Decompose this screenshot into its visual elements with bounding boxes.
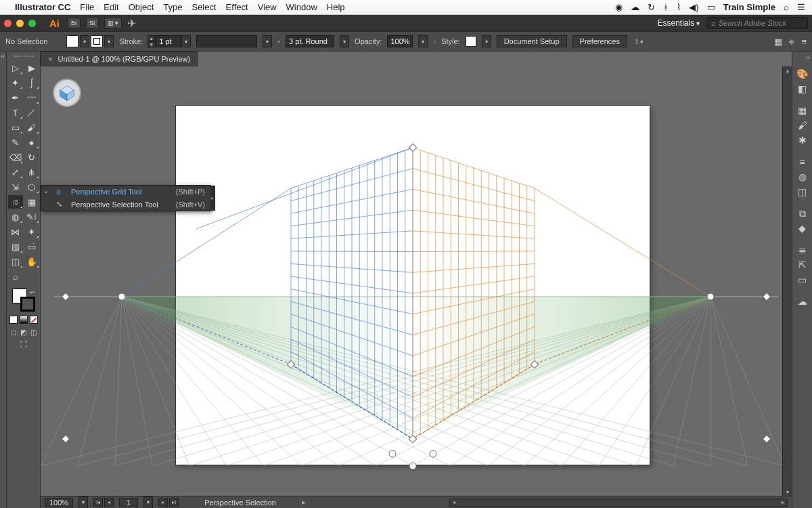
symbol-sprayer-tool[interactable]: ✶ [24,225,39,238]
stroke-down[interactable]: ▾ [148,41,156,47]
scroll-right-icon[interactable]: ▸ [779,499,787,506]
workspace-switcher[interactable]: Essentials [658,18,700,28]
stock-button[interactable]: St [86,18,99,28]
scroll-up-icon[interactable]: ▴ [783,66,792,75]
lasso-tool[interactable]: ʃ [24,76,39,89]
opacity-input[interactable]: 100% [387,35,413,47]
arrange-docs-button[interactable]: ▥ ▾ [104,18,122,28]
flyout-tearoff-handle[interactable]: ▸ [210,186,215,211]
scroll-down-icon[interactable]: ▾ [783,488,792,496]
mesh-tool[interactable]: ▦ [24,195,39,209]
backup-icon[interactable]: ↻ [648,2,655,12]
blend-tool[interactable]: ⋈ [8,225,23,238]
canvas-area[interactable]: × Untitled-1 @ 100% (RGB/GPU Preview) [41,51,792,508]
artboard-tool[interactable]: ▭̇ [24,240,39,253]
flyout-perspective-grid[interactable]: ▪⟃ Perspective Grid Tool (Shift+P) [41,186,210,198]
stroke-swatch[interactable] [91,35,103,47]
menu-brand[interactable]: Train Simple [723,2,775,12]
stroke-up[interactable]: ▴ [148,35,156,41]
brush-def-dd[interactable] [196,35,257,47]
fill-dropdown[interactable]: ▾ [80,35,89,47]
zoom-level[interactable]: 100% [45,498,73,507]
menu-object[interactable]: Object [129,2,154,12]
paintbrush-tool[interactable]: 🖌 [24,121,39,134]
rotate-tool[interactable]: ↻ [24,150,39,164]
free-transform-tool[interactable]: ⇲ [8,180,23,194]
stroke-box[interactable] [20,297,35,312]
draw-normal-icon[interactable]: ◻︎ [9,328,18,336]
stroke-panel-icon[interactable]: ≡ [796,156,809,168]
artboard-number[interactable]: 1 [119,498,138,507]
wifi-icon[interactable]: ⌇ [677,2,681,12]
zoom-dd[interactable]: ▾ [78,496,88,509]
color-solid[interactable] [9,316,18,324]
menu-type[interactable]: Type [163,2,182,12]
swap-fill-stroke-icon[interactable]: ⤺ [30,289,35,296]
menu-file[interactable]: File [80,2,94,12]
transparency-panel-icon[interactable]: ◫ [796,186,809,198]
stroke-label[interactable]: Stroke: [119,37,143,45]
zoom-window[interactable] [28,20,36,27]
menu-app[interactable]: Illustrator CC [15,2,70,12]
first-artboard-icon[interactable]: I◂ [93,498,103,507]
zoom-tool[interactable]: ⌕ [8,270,23,283]
prev-artboard-icon[interactable]: ◂ [104,498,114,507]
pencil-tool[interactable]: ✎ [8,135,23,149]
width-tool[interactable]: ⋔ [24,165,39,179]
document-setup-button[interactable]: Document Setup [497,35,567,47]
control-menu-icon[interactable]: ≡ [801,37,807,47]
color-gradient[interactable] [20,316,28,324]
brushes-panel-icon[interactable]: 🖌 [796,119,809,131]
magic-wand-tool[interactable]: ✦ [8,76,23,89]
preferences-button[interactable]: Preferences [572,35,627,47]
fill-swatch[interactable] [66,35,78,47]
vertical-scrollbar[interactable]: ▴ ▾ [782,66,792,496]
document-tab[interactable]: × Untitled-1 @ 100% (RGB/GPU Preview) [41,51,198,66]
fill-stroke-control[interactable]: ⤺ [12,289,35,312]
screen-mode-icon[interactable]: ⛶ [16,340,31,348]
brush-def-arrow[interactable]: ▾ [263,35,272,47]
close-tab-icon[interactable]: × [48,55,52,63]
perspective-grid[interactable] [41,66,792,496]
cc-cloud-icon[interactable]: ☁︎ [631,2,639,12]
menu-extras-icon[interactable]: ☰ [797,2,805,12]
color-guide-panel-icon[interactable]: ◧ [796,83,809,95]
flyout-perspective-selection[interactable]: ⤡ Perspective Selection Tool (Shift+V) [41,198,210,211]
right-dock-collapse[interactable]: ›› [806,54,810,61]
bridge-button[interactable]: Br [68,18,81,28]
gpu-perf-icon[interactable]: ✈︎ [127,17,136,30]
color-none[interactable] [30,316,38,324]
perspective-grid-tool[interactable]: ⟃ [8,195,23,209]
style-swatch[interactable] [466,36,476,47]
var-width-dd[interactable]: ▾ [340,35,349,47]
artboards-panel-icon[interactable]: ▭ [796,274,809,286]
rectangle-tool[interactable]: ▭ [8,121,23,134]
stroke-dropdown[interactable]: ▾ [104,35,114,47]
last-artboard-icon[interactable]: ▸I [169,498,179,507]
graphic-styles-panel-icon[interactable]: ◆ [796,222,809,234]
appearance-panel-icon[interactable]: ⧉ [796,207,809,219]
symbols-panel-icon[interactable]: ✱ [796,134,809,146]
gradient-tool[interactable]: ◍ [8,210,23,224]
menu-select[interactable]: Select [191,2,216,12]
left-dock-collapse[interactable]: ‹‹ [0,51,7,508]
volume-icon[interactable]: ◀︎) [689,2,698,12]
color-panel-icon[interactable]: 🎨 [796,68,809,80]
swatches-panel-icon[interactable]: ▦ [796,104,809,117]
battery-icon[interactable]: ▭ [707,2,715,12]
menu-effect[interactable]: Effect [226,2,248,12]
selection-tool[interactable]: ▷ [8,61,23,75]
cc-libraries-panel-icon[interactable]: ☁︎ [796,295,809,308]
slice-tool[interactable]: ◫ [8,255,23,268]
eraser-tool[interactable]: ⌫ [8,150,23,164]
draw-behind-icon[interactable]: ◩ [20,328,28,336]
draw-inside-icon[interactable]: ◫ [30,328,38,336]
tools-grip[interactable] [14,56,33,58]
gradient-panel-icon[interactable]: ◍ [796,171,809,183]
current-tool-label[interactable]: Perspective Selection [204,499,276,507]
next-artboard-icon[interactable]: ▸ [158,498,168,507]
hand-tool[interactable]: ✋ [24,255,39,268]
style-dd[interactable]: ▾ [482,35,491,47]
curvature-tool[interactable]: 〰 [24,91,39,104]
eyedropper-tool[interactable]: ✎⁞ [24,210,39,224]
